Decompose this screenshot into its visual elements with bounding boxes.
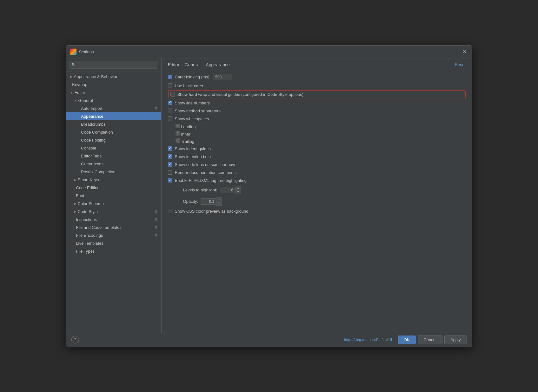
sidebar-item-label: General <box>78 98 93 103</box>
arrow-icon: ▶ <box>74 178 76 182</box>
show-method-separators-checkbox[interactable] <box>168 109 172 113</box>
sidebar-item-label: Code Folding <box>81 138 105 143</box>
trailing-checkbox[interactable] <box>176 138 180 143</box>
levels-highlight-input[interactable] <box>220 187 236 193</box>
show-hard-wrap-label[interactable]: Show hard wrap and visual guides (config… <box>170 92 303 97</box>
show-hard-wrap-checkbox[interactable] <box>170 92 175 96</box>
use-block-caret-text: Use block caret <box>175 83 203 88</box>
arrow-icon: ▼ <box>74 99 77 102</box>
show-whitespaces-row: Show whitespaces <box>168 115 466 123</box>
sidebar-item-keymap[interactable]: Keymap <box>66 81 161 89</box>
leading-checkbox[interactable] <box>176 124 180 128</box>
window-title: Settings <box>79 50 94 54</box>
show-whitespaces-checkbox[interactable] <box>168 116 172 121</box>
arrow-icon <box>74 242 75 245</box>
sidebar-item-appearance-behavior[interactable]: ▶ Appearance & Behavior <box>66 73 161 81</box>
sidebar-item-font[interactable]: Font <box>66 192 161 200</box>
sidebar-item-gutter-icons[interactable]: Gutter Icons <box>66 160 161 168</box>
sidebar-item-code-folding[interactable]: Code Folding <box>66 136 161 144</box>
levels-highlight-up-btn[interactable]: ▲ <box>236 186 241 190</box>
search-input[interactable] <box>70 61 158 69</box>
opacity-down-btn[interactable]: ▼ <box>216 202 222 205</box>
show-line-numbers-label[interactable]: Show line numbers <box>168 101 210 105</box>
arrow-icon <box>70 83 71 86</box>
show-code-lens-row: Show code lens on scrollbar hover <box>168 161 466 169</box>
opacity-up-btn[interactable]: ▲ <box>216 198 222 202</box>
show-indent-guides-text: Show indent guides <box>175 146 211 151</box>
show-method-separators-label[interactable]: Show method separators <box>168 109 221 113</box>
use-block-caret-checkbox[interactable] <box>168 83 172 88</box>
sidebar-item-breadcrumbs[interactable]: Breadcrumbs <box>66 120 161 128</box>
sidebar-item-postfix-completion[interactable]: Postfix Completion <box>66 168 161 176</box>
sidebar-item-file-types[interactable]: File Types <box>66 247 161 255</box>
show-code-lens-text: Show code lens on scrollbar hover <box>175 162 238 167</box>
arrow-icon <box>74 218 75 221</box>
show-indent-guides-checkbox[interactable] <box>168 146 172 151</box>
levels-highlight-label: Levels to highlight: <box>183 188 217 192</box>
sidebar-item-console[interactable]: Console <box>66 144 161 152</box>
show-code-lens-label[interactable]: Show code lens on scrollbar hover <box>168 162 238 167</box>
whitespace-suboptions: Leading Inner Trailing <box>168 123 466 145</box>
leading-label[interactable]: Leading <box>176 124 196 129</box>
footer-left: ? <box>71 336 79 343</box>
sidebar-item-general[interactable]: ▼ General <box>66 96 161 104</box>
show-indent-guides-label[interactable]: Show indent guides <box>168 146 211 151</box>
use-block-caret-label[interactable]: Use block caret <box>168 83 203 88</box>
sidebar-item-code-editing[interactable]: Code Editing <box>66 184 161 192</box>
ok-button[interactable]: OK <box>398 336 416 344</box>
render-doc-comments-checkbox[interactable] <box>168 170 172 175</box>
caret-blinking-input[interactable] <box>213 74 232 80</box>
sidebar-item-code-completion[interactable]: Code Completion <box>66 128 161 136</box>
cancel-button[interactable]: Cancel <box>418 336 442 344</box>
show-intention-bulb-label[interactable]: Show intention bulb <box>168 154 211 159</box>
caret-blinking-checkbox[interactable] <box>168 75 172 79</box>
arrow-icon <box>79 130 80 134</box>
opacity-row: Opacity: ▲ ▼ <box>168 196 466 207</box>
sidebar-item-editor-tabs[interactable]: Editor Tabs <box>66 152 161 160</box>
show-code-lens-checkbox[interactable] <box>168 162 172 167</box>
sidebar-item-color-scheme[interactable]: ▶ Color Scheme <box>66 200 161 208</box>
copy-icon: ⧉ <box>155 225 157 229</box>
show-line-numbers-row: Show line numbers <box>168 99 466 107</box>
apply-button[interactable]: Apply <box>444 336 467 344</box>
sidebar-item-auto-import[interactable]: Auto Import ⧉ <box>66 104 161 112</box>
opacity-spinner-btns: ▲ ▼ <box>216 197 222 206</box>
enable-html-xml-checkbox[interactable] <box>168 178 172 183</box>
show-line-numbers-checkbox[interactable] <box>168 101 172 105</box>
inner-checkbox[interactable] <box>176 131 180 136</box>
show-css-color-label[interactable]: Show CSS color preview as background <box>168 209 249 214</box>
arrow-icon <box>74 249 75 253</box>
show-intention-bulb-checkbox[interactable] <box>168 154 172 159</box>
levels-highlight-down-btn[interactable]: ▼ <box>236 190 241 194</box>
sidebar-item-editor[interactable]: ▼ Editor <box>66 89 161 96</box>
caret-blinking-label[interactable]: Caret blinking (ms): <box>168 75 211 79</box>
breadcrumb-sep-1: › <box>181 62 183 67</box>
sidebar-item-smart-keys[interactable]: ▶ Smart Keys <box>66 176 161 184</box>
opacity-spinner: ▲ ▼ <box>201 197 222 206</box>
sidebar-item-file-encodings[interactable]: File Encodings ⧉ <box>66 231 161 239</box>
reset-link[interactable]: Reset <box>455 62 466 67</box>
levels-highlight-spinner: ▲ ▼ <box>220 186 241 194</box>
show-css-color-checkbox[interactable] <box>168 209 172 213</box>
copy-icon: ⧉ <box>155 106 157 110</box>
arrow-icon <box>74 226 75 229</box>
inner-label[interactable]: Inner <box>176 131 190 136</box>
show-method-separators-text: Show method separators <box>175 109 221 113</box>
close-button[interactable]: ✕ <box>460 49 468 55</box>
help-button[interactable]: ? <box>71 336 79 343</box>
show-intention-bulb-row: Show intention bulb <box>168 153 466 161</box>
show-whitespaces-label[interactable]: Show whitespaces <box>168 116 209 121</box>
sidebar-item-inspections[interactable]: Inspections ⧉ <box>66 216 161 223</box>
sidebar-item-appearance[interactable]: Appearance <box>66 112 161 120</box>
sidebar-item-file-code-templates[interactable]: File and Code Templates ⧉ <box>66 223 161 231</box>
opacity-input[interactable] <box>201 198 216 205</box>
sidebar-item-live-templates[interactable]: Live Templates <box>66 239 161 247</box>
sidebar-item-code-style[interactable]: ▶ Code Style ⧉ <box>66 208 161 216</box>
arrow-icon <box>74 194 75 197</box>
trailing-text: Trailing <box>181 139 194 144</box>
breadcrumb-bar: Editor › General › Appearance Reset <box>162 58 472 70</box>
trailing-label[interactable]: Trailing <box>176 138 195 144</box>
enable-html-xml-label[interactable]: Enable HTML/XML tag tree highlighting <box>168 178 247 183</box>
sidebar-item-label: Live Templates <box>76 241 103 246</box>
render-doc-comments-label[interactable]: Render documentation comments <box>168 170 237 175</box>
